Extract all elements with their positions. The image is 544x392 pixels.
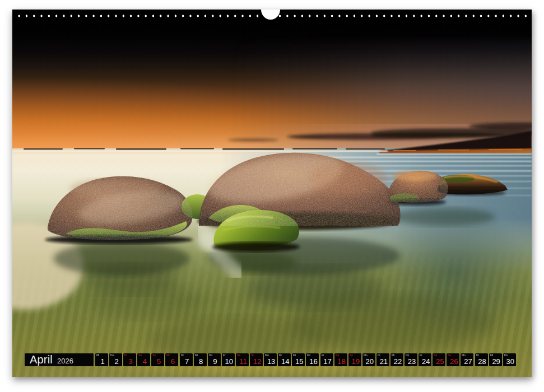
day-cell: So 12 — [250, 353, 263, 366]
day-cell: So 19 — [348, 353, 361, 366]
day-cell: Mi 29 — [489, 353, 502, 366]
day-weekday: So — [251, 354, 254, 357]
day-weekday: Fr — [124, 354, 127, 357]
month-label-box: April 2026 — [25, 353, 94, 366]
day-number: 2 — [109, 357, 122, 366]
day-cell: Mo 20 — [362, 353, 375, 366]
day-weekday: Mi — [392, 354, 394, 357]
day-number: 22 — [390, 357, 403, 366]
day-cell: Fr 3 — [123, 353, 136, 366]
day-weekday: Do — [110, 354, 114, 357]
day-weekday: Mi — [490, 354, 493, 357]
day-number: 12 — [250, 357, 263, 366]
day-cell: Mi 1 — [95, 353, 108, 366]
day-number: 7 — [180, 357, 193, 366]
day-cell: Do 30 — [503, 353, 516, 366]
day-number: 27 — [461, 357, 473, 366]
day-weekday: Sa — [434, 354, 437, 357]
day-cell: Mo 27 — [461, 353, 473, 366]
day-number: 26 — [447, 357, 459, 366]
day-weekday: Do — [504, 354, 508, 357]
day-number: 30 — [503, 357, 516, 366]
day-cell: Do 2 — [109, 353, 122, 366]
day-weekday: Di — [279, 354, 282, 357]
day-cell: Do 9 — [208, 353, 221, 366]
day-number: 23 — [404, 357, 417, 366]
day-number: 16 — [306, 357, 319, 366]
day-number: 1 — [95, 357, 108, 366]
day-cell: So 5 — [151, 353, 164, 366]
far-right-rock — [437, 174, 508, 196]
day-number: 24 — [419, 357, 431, 366]
day-cell: Sa 11 — [236, 353, 249, 366]
day-cell: Sa 18 — [334, 353, 347, 366]
day-number: 19 — [348, 357, 361, 366]
day-weekday: Sa — [237, 354, 240, 357]
day-cell: Mo 13 — [264, 353, 277, 366]
day-number: 14 — [278, 357, 291, 366]
day-cell: Do 16 — [306, 353, 319, 366]
day-number: 28 — [475, 357, 488, 366]
day-weekday: So — [448, 354, 451, 357]
day-cell: Fr 10 — [222, 353, 235, 366]
day-number: 15 — [292, 357, 305, 366]
day-cell: Mi 15 — [292, 353, 305, 366]
day-cell: Fr 17 — [320, 353, 333, 366]
day-weekday: Di — [476, 354, 479, 357]
day-cell: So 26 — [447, 353, 459, 366]
day-cell: Sa 25 — [433, 353, 445, 366]
year-label: 2026 — [57, 357, 73, 365]
day-number: 4 — [137, 357, 150, 366]
day-weekday: Di — [378, 354, 380, 357]
day-weekday: Sa — [138, 354, 142, 357]
day-weekday: Mi — [195, 354, 198, 357]
surf-line-2 — [12, 153, 292, 154]
surf-line — [12, 151, 388, 152]
day-cells: Mi 1 Do 2 Fr 3 Sa 4 So 5 Mo 6 Di 7 Mi 8 … — [95, 353, 516, 366]
day-number: 3 — [123, 357, 136, 366]
horizon-islets — [24, 148, 385, 150]
shore-water-line — [376, 153, 532, 155]
day-cell: Di 7 — [180, 353, 193, 366]
day-cell: Sa 4 — [137, 353, 150, 366]
calendar-sheet: April 2026 Mi 1 Do 2 Fr 3 Sa 4 So 5 Mo 6… — [12, 10, 532, 377]
day-number: 17 — [320, 357, 333, 366]
day-number: 21 — [376, 357, 389, 366]
day-weekday: Mo — [166, 354, 170, 357]
day-weekday: Mi — [96, 354, 99, 357]
day-weekday: Sa — [336, 354, 339, 357]
day-cell: Di 21 — [376, 353, 389, 366]
day-number: 9 — [208, 357, 221, 366]
day-weekday: Mi — [293, 354, 296, 357]
day-weekday: Fr — [420, 354, 422, 357]
day-weekday: Do — [209, 354, 212, 357]
photo-seascape-boulders — [12, 10, 532, 377]
day-number: 13 — [264, 357, 277, 366]
day-weekday: Do — [307, 354, 310, 357]
day-number: 11 — [236, 357, 249, 366]
day-weekday: Di — [181, 354, 184, 357]
day-number: 20 — [362, 357, 375, 366]
day-cell: Di 28 — [475, 353, 488, 366]
day-cell: Mo 6 — [165, 353, 178, 366]
day-weekday: Fr — [322, 354, 324, 357]
day-number: 8 — [194, 357, 207, 366]
day-weekday: So — [152, 354, 156, 357]
day-cell: Do 23 — [404, 353, 417, 366]
day-number: 29 — [489, 357, 502, 366]
day-number: 10 — [222, 357, 235, 366]
day-weekday: Do — [406, 354, 409, 357]
day-number: 18 — [334, 357, 347, 366]
day-weekday: Fr — [223, 354, 226, 357]
day-weekday: Mo — [265, 354, 269, 357]
day-number: 6 — [165, 357, 178, 366]
day-cell: Di 14 — [278, 353, 291, 366]
day-weekday: So — [350, 354, 353, 357]
day-cell: Mi 22 — [390, 353, 403, 366]
day-weekday: Mo — [462, 354, 466, 357]
scene-rocks-svg — [12, 10, 532, 377]
day-cell: Fr 24 — [419, 353, 431, 366]
day-number: 25 — [433, 357, 445, 366]
day-cell: Mi 8 — [194, 353, 207, 366]
day-weekday: Mo — [364, 354, 368, 357]
